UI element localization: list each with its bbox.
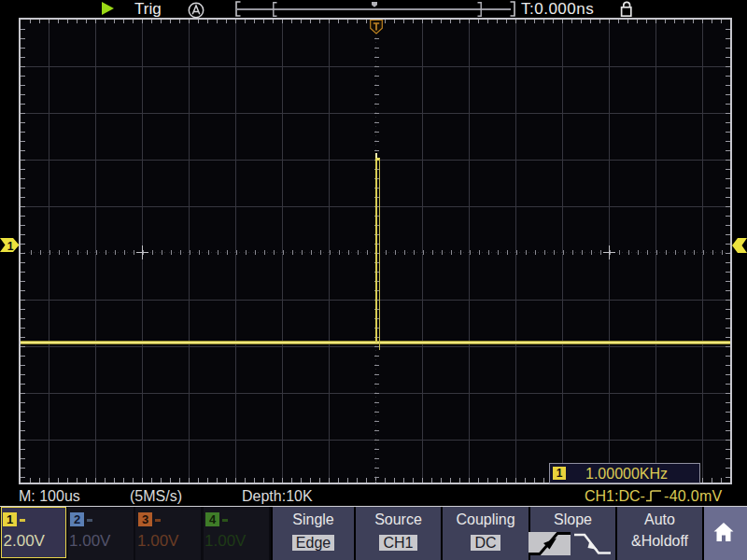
svg-text:1: 1: [7, 240, 14, 253]
